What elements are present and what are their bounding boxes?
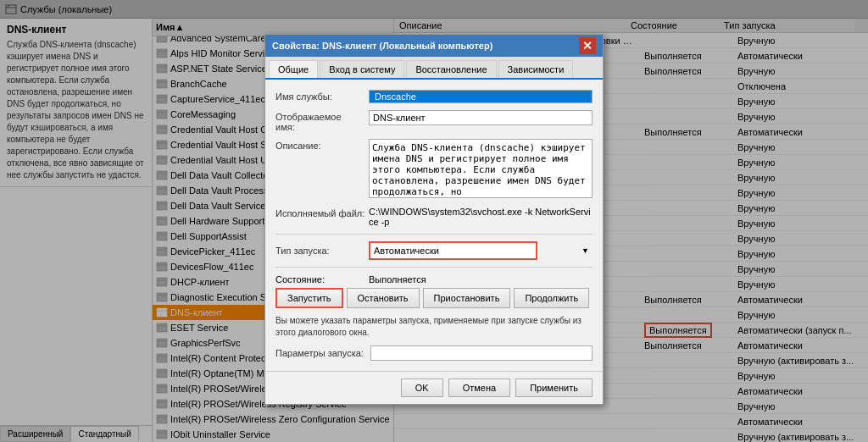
exec-file-row: Исполняемый файл: C:\WINDOWS\system32\sv…	[275, 207, 593, 227]
modal-title-bar: Свойства: DNS-клиент (Локальный компьюте…	[265, 35, 603, 57]
modal-tab-0[interactable]: Общие	[269, 60, 318, 78]
ok-button[interactable]: OK	[401, 378, 443, 397]
status-row: Состояние: Выполняется	[275, 274, 593, 285]
start-button[interactable]: Запустить	[275, 288, 343, 308]
exec-file-path: C:\WINDOWS\system32\svchost.exe -k Netwo…	[369, 207, 591, 227]
startup-type-select[interactable]: АвтоматическиВручнуюОтключенаАвтоматичес…	[369, 241, 537, 260]
status-section: Состояние: Выполняется Запустить Останов…	[275, 274, 593, 308]
display-name-value	[369, 110, 593, 125]
description-textarea[interactable]: Служба DNS-клиента (dnscache) кэширует и…	[369, 139, 593, 198]
chevron-down-icon: ▼	[581, 246, 589, 255]
description-label: Описание:	[275, 139, 369, 151]
startup-type-label: Тип запуска:	[275, 246, 369, 256]
display-name-row: Отображаемоеимя:	[275, 110, 593, 132]
resume-button[interactable]: Продолжить	[514, 288, 589, 308]
note-text: Вы можете указать параметры запуска, при…	[275, 315, 593, 339]
modal-close-button[interactable]: ✕	[579, 37, 596, 54]
startup-type-row: Тип запуска: АвтоматическиВручнуюОтключе…	[275, 241, 593, 260]
status-label: Состояние:	[275, 274, 369, 285]
exec-file-label: Исполняемый файл:	[275, 207, 369, 218]
modal-tab-3[interactable]: Зависимости	[498, 60, 574, 78]
pause-button[interactable]: Приостановить	[423, 288, 511, 308]
cancel-button[interactable]: Отмена	[448, 378, 510, 397]
modal-dialog: Свойства: DNS-клиент (Локальный компьюте…	[264, 34, 604, 405]
modal-title: Свойства: DNS-клиент (Локальный компьюте…	[272, 41, 492, 51]
launch-params-input[interactable]	[370, 345, 593, 361]
startup-type-wrapper: АвтоматическиВручнуюОтключенаАвтоматичес…	[369, 241, 593, 260]
stop-button[interactable]: Остановить	[347, 288, 420, 308]
service-name-label: Имя службы:	[275, 90, 369, 102]
display-name-label: Отображаемоеимя:	[275, 110, 369, 132]
status-value: Выполняется	[369, 274, 426, 285]
service-name-value: Dnscache	[369, 90, 593, 103]
modal-overlay: Свойства: DNS-клиент (Локальный компьюте…	[0, 0, 868, 442]
description-value: Служба DNS-клиента (dnscache) кэширует и…	[369, 139, 593, 200]
exec-file-value: C:\WINDOWS\system32\svchost.exe -k Netwo…	[369, 207, 593, 227]
service-name-row: Имя службы: Dnscache	[275, 90, 593, 103]
service-controls: Запустить Остановить Приостановить Продо…	[275, 288, 593, 308]
launch-params-label: Параметры запуска:	[275, 348, 364, 358]
divider	[275, 234, 593, 235]
modal-tab-2[interactable]: Восстановление	[406, 60, 496, 78]
divider2	[275, 267, 593, 268]
display-name-input[interactable]	[369, 110, 593, 125]
description-row: Описание: Служба DNS-клиента (dnscache) …	[275, 139, 593, 200]
modal-tab-1[interactable]: Вход в систему	[320, 60, 404, 78]
modal-tabs: ОбщиеВход в системуВосстановлениеЗависим…	[265, 57, 603, 80]
modal-content: Имя службы: Dnscache Отображаемоеимя: Оп…	[265, 80, 603, 371]
modal-bottom: OK Отмена Применить	[265, 371, 603, 404]
launch-params-row: Параметры запуска:	[275, 345, 593, 361]
apply-button[interactable]: Применить	[515, 378, 593, 397]
service-name-input: Dnscache	[369, 90, 593, 103]
